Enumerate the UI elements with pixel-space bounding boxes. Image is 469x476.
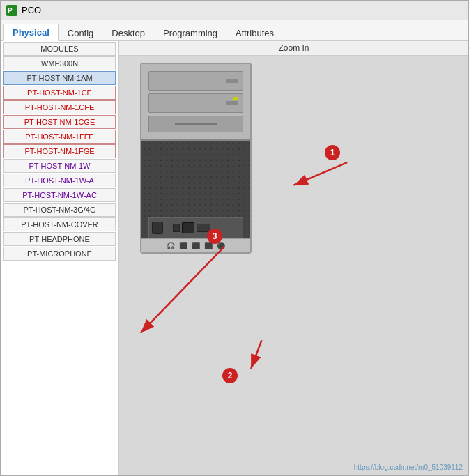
- drive-eject-1: [226, 79, 238, 83]
- front-ports: 🎧 ⬛ ⬛ ⬛ ⚫: [141, 238, 250, 252]
- window-title: PCO: [22, 5, 41, 15]
- badge-1: 1: [325, 145, 340, 160]
- title-bar: P PCO: [1, 1, 468, 20]
- sidebar-item-1ce[interactable]: PT-HOST-NM-1CE: [3, 86, 116, 100]
- sidebar-item-headphone[interactable]: PT-HEADPHONE: [3, 232, 116, 246]
- drive-bay-2: [148, 93, 243, 113]
- badge-3: 3: [207, 229, 222, 244]
- svg-line-7: [251, 340, 261, 369]
- port-usb: [173, 224, 180, 232]
- sidebar-wrapper: MODULES WMP300N PT-HOST-NM-1AM PT-HOST-N…: [1, 41, 119, 475]
- port-connector-1: [152, 222, 163, 234]
- floppy-bay: [148, 116, 243, 132]
- drive-eject-2: [226, 101, 238, 105]
- sidebar-item-wmp300n[interactable]: WMP300N: [3, 56, 116, 70]
- sidebar-item-1w-a[interactable]: PT-HOST-NM-1W-A: [3, 174, 116, 187]
- svg-line-6: [141, 246, 225, 332]
- port-rj45: [182, 222, 194, 233]
- content-area: Zoom In: [119, 41, 468, 475]
- device-view: 🎧 ⬛ ⬛ ⬛ ⚫: [119, 56, 468, 475]
- sidebar: MODULES WMP300N PT-HOST-NM-1AM PT-HOST-N…: [1, 41, 119, 475]
- floppy-slot: [175, 123, 217, 125]
- sidebar-item-modules[interactable]: MODULES: [3, 42, 116, 56]
- port-dot: [165, 225, 171, 231]
- watermark: https://blog.csdn.net/m0_51039112: [354, 463, 463, 471]
- sidebar-item-microphone[interactable]: PT-MICROPHONE: [3, 247, 116, 261]
- tower-top: [141, 64, 250, 141]
- sidebar-item-1cge[interactable]: PT-HOST-NM-1CGE: [3, 115, 116, 129]
- sidebar-item-1ffe[interactable]: PT-HOST-NM-1FFE: [3, 130, 116, 144]
- tab-physical[interactable]: Physical: [3, 24, 59, 41]
- port-area: [148, 217, 243, 238]
- sidebar-item-1w-ac[interactable]: PT-HOST-NM-1W-AC: [3, 188, 116, 202]
- computer-tower: 🎧 ⬛ ⬛ ⬛ ⚫: [140, 63, 252, 254]
- sidebar-scroll[interactable]: MODULES WMP300N PT-HOST-NM-1AM PT-HOST-N…: [1, 41, 118, 475]
- sidebar-item-1am[interactable]: PT-HOST-NM-1AM: [3, 71, 116, 85]
- tab-config[interactable]: Config: [59, 24, 103, 41]
- tab-bar: Physical Config Desktop Programming Attr…: [1, 20, 468, 41]
- drive-activity: [233, 97, 238, 100]
- drive-bay-1: [148, 71, 243, 91]
- svg-text:P: P: [8, 7, 13, 15]
- main-window: P PCO Physical Config Desktop Programmin…: [0, 0, 469, 476]
- badge-2: 2: [222, 368, 238, 383]
- zoom-bar: Zoom In: [119, 41, 468, 56]
- zoom-label: Zoom In: [278, 43, 309, 53]
- main-content: MODULES WMP300N PT-HOST-NM-1AM PT-HOST-N…: [1, 41, 468, 475]
- app-icon: P: [6, 5, 17, 16]
- sidebar-item-3g4g[interactable]: PT-HOST-NM-3G/4G: [3, 203, 116, 217]
- tab-attributes[interactable]: Attributes: [226, 24, 283, 41]
- sidebar-item-cover[interactable]: PT-HOST-NM-COVER: [3, 217, 116, 231]
- usb-icon-2: ⬛: [192, 242, 200, 249]
- tab-programming[interactable]: Programming: [154, 24, 226, 41]
- headphone-icon: 🎧: [167, 242, 175, 249]
- tower-bottom: [141, 141, 250, 252]
- sidebar-item-1w[interactable]: PT-HOST-NM-1W: [3, 159, 116, 173]
- tab-desktop[interactable]: Desktop: [102, 24, 154, 41]
- svg-line-5: [294, 162, 348, 185]
- sidebar-item-1cfe[interactable]: PT-HOST-NM-1CFE: [3, 100, 116, 114]
- sidebar-item-1fge[interactable]: PT-HOST-NM-1FGE: [3, 144, 116, 158]
- usb-icon-1: ⬛: [179, 242, 187, 249]
